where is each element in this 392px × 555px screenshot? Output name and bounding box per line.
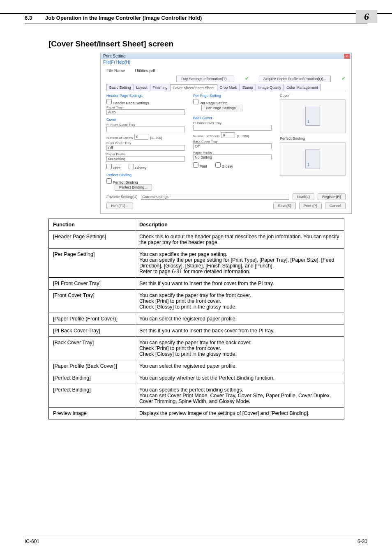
tab-cover-sheet[interactable]: Cover Sheet/Insert Sheet bbox=[170, 84, 217, 91]
help-button[interactable]: Help(F1)... bbox=[106, 203, 133, 209]
back-cover-tray-label: Back Cover Tray bbox=[193, 140, 272, 143]
close-icon[interactable]: × bbox=[344, 54, 350, 59]
description-cell: You can specify whether to set the Perfe… bbox=[135, 372, 344, 384]
function-cell: [Perfect Binding] bbox=[49, 372, 135, 384]
function-cell: [Per Page Setting] bbox=[49, 249, 135, 278]
table-row: [Header Page Settings]Check this to outp… bbox=[49, 231, 344, 249]
description-cell: You can select the registered paper prof… bbox=[135, 360, 344, 372]
description-cell: You can specify the paper tray for the f… bbox=[135, 290, 344, 313]
print-back-checkbox[interactable]: Print bbox=[193, 162, 207, 168]
function-cell: Preview image bbox=[49, 408, 135, 419]
number-of-sheets-back-input[interactable]: 0 bbox=[221, 132, 235, 138]
description-cell: Displays the preview image of the settin… bbox=[135, 408, 344, 419]
table-header-description: Description bbox=[135, 219, 344, 231]
back-cover-tray-select[interactable]: Off bbox=[193, 143, 272, 149]
front-cover-tray-select[interactable]: Off bbox=[106, 145, 185, 151]
number-of-sheets-back-range: [1...200] bbox=[237, 134, 249, 138]
cancel-button[interactable]: Cancel bbox=[325, 203, 346, 209]
preview-pb-label: Perfect Binding bbox=[280, 136, 346, 140]
save-button[interactable]: Save(S) bbox=[273, 203, 296, 209]
description-cell: You can specify the paper tray for the b… bbox=[135, 337, 344, 360]
table-row: [Perfect Binding]You can specify whether… bbox=[49, 372, 344, 384]
glossy-checkbox[interactable]: Glossy bbox=[129, 164, 146, 170]
chapter-badge: 6 bbox=[356, 10, 377, 23]
screen-heading: [Cover Sheet/Insert Sheet] screen bbox=[48, 39, 173, 48]
section-number: 6.3 bbox=[25, 15, 32, 21]
paper-profile-front-select[interactable]: No Setting bbox=[106, 156, 185, 162]
page-header: 6.3 Job Operation in the Image Controlle… bbox=[25, 15, 367, 21]
tab-color-management[interactable]: Color Management bbox=[284, 84, 321, 91]
table-row: [PI Back Cover Tray]Set this if you want… bbox=[49, 325, 344, 337]
tray-settings-info-button[interactable]: Tray Settings Information(T)... bbox=[176, 76, 234, 82]
check-icon: ✔ bbox=[341, 76, 346, 82]
back-cover-label: Back Cover bbox=[193, 116, 272, 120]
description-cell: Set this if you want to insert the front… bbox=[135, 278, 344, 290]
tab-crop-mark[interactable]: Crop Mark bbox=[217, 84, 240, 91]
number-of-sheets-range: [1...200] bbox=[150, 136, 162, 140]
table-row: [Front Cover Tray]You can specify the pa… bbox=[49, 290, 344, 313]
table-row: [Paper Profile (Front Cover)]You can sel… bbox=[49, 313, 344, 325]
acquire-paper-profile-button[interactable]: Acquire Paper Profile Information(Q)... bbox=[259, 76, 331, 82]
dialog-titlebar: Print Setting × bbox=[101, 53, 351, 59]
table-row: [Back Cover Tray]You can specify the pap… bbox=[49, 337, 344, 360]
function-cell: [Paper Profile (Back Cover)] bbox=[49, 360, 135, 372]
function-cell: [Back Cover Tray] bbox=[49, 337, 135, 360]
tab-basic-setting[interactable]: Basic Setting bbox=[106, 84, 134, 91]
tab-stamp[interactable]: Stamp bbox=[240, 84, 256, 91]
page-icon bbox=[305, 150, 320, 168]
load-button[interactable]: Load(L) bbox=[293, 193, 314, 200]
tab-layout[interactable]: Layout bbox=[134, 84, 150, 91]
preview-cover-box bbox=[280, 99, 346, 133]
description-cell: You can specifies the per page setting.Y… bbox=[135, 249, 344, 278]
perfect-binding-checkbox[interactable]: Perfect Binding bbox=[106, 178, 185, 184]
pi-back-cover-tray-select[interactable] bbox=[193, 125, 272, 131]
paper-tray-select[interactable]: Auto bbox=[106, 109, 185, 115]
tab-image-quality[interactable]: Image Quality bbox=[256, 84, 284, 91]
perfect-binding-button[interactable]: Perfect Binding... bbox=[115, 184, 152, 191]
check-icon: ✔ bbox=[245, 76, 249, 82]
dialog-menu[interactable]: File(F) Help(H) bbox=[101, 59, 351, 65]
per-page-settings-button[interactable]: Per Page Settings... bbox=[201, 105, 243, 111]
file-name-label: File Name bbox=[106, 69, 125, 73]
number-of-sheets-input[interactable]: 0 bbox=[134, 134, 148, 140]
glossy-back-checkbox[interactable]: Glossy bbox=[215, 162, 233, 168]
function-cell: [Header Page Settings] bbox=[49, 231, 135, 249]
dialog-title: Print Setting bbox=[103, 54, 125, 58]
function-cell: [Front Cover Tray] bbox=[49, 290, 135, 313]
function-cell: [PI Front Cover Tray] bbox=[49, 278, 135, 290]
number-of-sheets-back-label: Number of Sheets bbox=[193, 134, 219, 138]
table-row: Preview imageDisplays the preview image … bbox=[49, 408, 344, 419]
footer-left: IC-601 bbox=[25, 539, 39, 544]
favorite-setting-select[interactable]: Current settings bbox=[141, 194, 289, 200]
description-cell: Set this if you want to insert the back … bbox=[135, 325, 344, 337]
table-header-function: Function bbox=[49, 219, 135, 231]
table-row: [Paper Profile (Back Cover)]You can sele… bbox=[49, 360, 344, 372]
preview-pb-box bbox=[280, 142, 346, 176]
pi-front-cover-tray-select[interactable] bbox=[106, 127, 185, 132]
register-button[interactable]: Register(R) bbox=[318, 193, 346, 200]
pi-back-cover-tray-label: PI Back Cover Tray bbox=[193, 121, 272, 125]
cover-label: Cover bbox=[106, 117, 185, 122]
header-page-settings-checkbox[interactable]: Header Page Settings bbox=[106, 99, 185, 105]
tab-finishing[interactable]: Finishing bbox=[150, 84, 171, 91]
section-title: Job Operation in the Image Controller (I… bbox=[32, 15, 367, 21]
table-row: [Per Page Setting]You can specifies the … bbox=[49, 249, 344, 278]
file-name-value: Utilities.pdf bbox=[135, 69, 155, 73]
page-icon bbox=[305, 107, 320, 126]
tab-bar: Basic Setting Layout Finishing Cover She… bbox=[106, 84, 346, 91]
per-page-setting-checkbox[interactable]: Per Page Setting bbox=[193, 99, 272, 105]
function-cell: [Paper Profile (Front Cover)] bbox=[49, 313, 135, 325]
table-row: [PI Front Cover Tray]Set this if you wan… bbox=[49, 278, 344, 290]
number-of-sheets-label: Number of Sheets bbox=[106, 136, 133, 140]
pi-front-cover-tray-label: PI Front Cover Tray bbox=[106, 123, 185, 127]
function-table: Function Description [Header Page Settin… bbox=[48, 219, 344, 419]
function-cell: [Perfect Binding] bbox=[49, 384, 135, 408]
function-cell: [PI Back Cover Tray] bbox=[49, 325, 135, 337]
paper-profile-back-select[interactable]: No Setting bbox=[193, 154, 272, 160]
description-cell: Check this to output the header page tha… bbox=[135, 231, 344, 249]
paper-profile-label: Paper Profile bbox=[106, 152, 185, 156]
print-checkbox[interactable]: Print bbox=[106, 164, 120, 170]
description-cell: You can select the registered paper prof… bbox=[135, 313, 344, 325]
print-button[interactable]: Print (P) bbox=[299, 203, 322, 209]
print-setting-dialog: Print Setting × File(F) Help(H) File Nam… bbox=[100, 53, 352, 214]
